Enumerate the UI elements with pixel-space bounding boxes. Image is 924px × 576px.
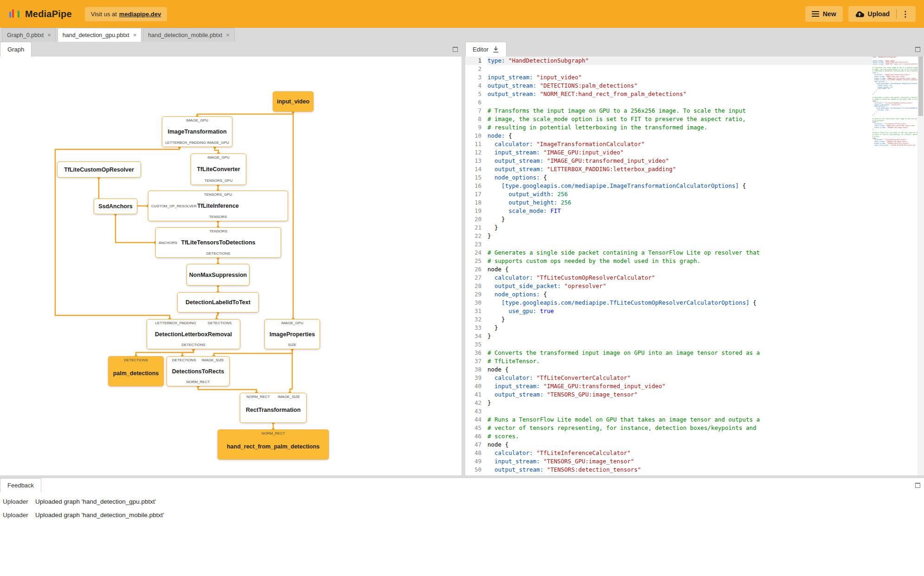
graph-panel: Graph input_videoIMAGE_GPUImageTransform… <box>0 42 462 475</box>
code-line[interactable]: output_height: 256 <box>488 198 872 207</box>
graph-node-TfLiteTensorsToDetections[interactable]: TENSORSANCHORSTfLiteTensorsToDetectionsD… <box>155 227 281 258</box>
graph-node-palm_detections[interactable]: DETECTIONSpalm_detections <box>108 356 164 386</box>
code-line[interactable]: } <box>488 315 872 324</box>
graph-node-ImageTransformation[interactable]: IMAGE_GPUImageTransformationLETTERBOX_PA… <box>162 116 232 147</box>
code-line[interactable]: calculator: "TfLiteConverterCalculator" <box>488 374 872 382</box>
code-line[interactable]: node_options: { <box>488 173 872 182</box>
code-line[interactable]: input_stream: "IMAGE_GPU:input_video" <box>488 148 872 157</box>
code-line[interactable]: } <box>488 324 872 332</box>
code-line[interactable]: scale_mode: FIT <box>488 207 872 215</box>
code-line[interactable]: input_side_packet: "CUSTOM_OP_RESOLVER:o… <box>488 474 872 475</box>
node-label: ImageTransformation <box>167 128 226 135</box>
graph-node-TfLiteCustomOpResolver[interactable]: TfLiteCustomOpResolver <box>57 161 141 178</box>
file-tab-graph0[interactable]: Graph_0.pbtxt × <box>2 28 56 42</box>
minimap[interactable]: type: "HandDetectionSubgraph"input_strea… <box>873 57 918 475</box>
node-label: TfLiteConverter <box>197 166 240 173</box>
graph-tab[interactable]: Graph <box>0 42 32 57</box>
port-label: SIZE <box>288 343 296 347</box>
top-ports: IMAGE_GPU <box>267 321 317 325</box>
file-tab-hand-detection-gpu[interactable]: hand_detection_gpu.pbtxt × <box>58 28 141 42</box>
graph-node-hand_rect_from_palm_detections[interactable]: NORM_RECThand_rect_from_palm_detections <box>218 429 329 460</box>
code-line[interactable]: output_stream: "NORM_RECT:hand_rect_from… <box>488 90 872 98</box>
graph-node-TfLiteConverter[interactable]: IMAGE_GPUTfLiteConverterTENSORS_GPU <box>191 154 246 185</box>
visit-link[interactable]: mediapipe.dev <box>119 11 161 18</box>
expand-panel-icon[interactable] <box>453 47 458 52</box>
code-line[interactable]: node { <box>488 365 872 374</box>
code-line[interactable]: input_stream: "IMAGE_GPU:transformed_inp… <box>488 382 872 390</box>
code-line[interactable]: calculator: "ImageTransformationCalculat… <box>488 140 872 148</box>
code-line[interactable]: # Transforms the input image on GPU to a… <box>488 107 872 115</box>
upload-button-label: Upload <box>868 10 890 18</box>
code-line[interactable]: output_width: 256 <box>488 190 872 198</box>
code-line[interactable]: # Converts the transformed input image o… <box>488 349 872 357</box>
top-ports: IMAGE_GPU <box>193 156 244 160</box>
close-tab-icon[interactable]: × <box>47 32 51 38</box>
code-line[interactable] <box>488 98 872 107</box>
code-editor[interactable]: 1234567891011121314151617181920212223242… <box>465 57 924 475</box>
code-line[interactable]: input_stream: "TENSORS_GPU:image_tensor" <box>488 457 872 466</box>
close-tab-icon[interactable]: × <box>133 32 137 38</box>
code-line[interactable]: # TfLiteTensor. <box>488 357 872 365</box>
code-line[interactable]: output_stream: "LETTERBOX_PADDING:letter… <box>488 165 872 173</box>
expand-panel-icon[interactable] <box>915 47 920 52</box>
code-line[interactable] <box>488 240 872 249</box>
graph-node-ImageProperties[interactable]: IMAGE_GPUImagePropertiesSIZE <box>264 319 320 349</box>
graph-node-DetectionsToRects[interactable]: DETECTIONSIMAGE_SIZEDetectionsToRectsNOR… <box>167 356 230 386</box>
code-lines[interactable]: type: "HandDetectionSubgraph"input_strea… <box>488 57 872 475</box>
code-line[interactable]: type: "HandDetectionSubgraph" <box>488 57 872 65</box>
code-line[interactable]: # resulting in potential letterboxing in… <box>488 123 872 132</box>
code-line[interactable]: use_gpu: true <box>488 307 872 315</box>
code-line[interactable]: output_stream: "TENSORS:detection_tensor… <box>488 466 872 474</box>
file-tab-label: hand_detection_mobile.pbtxt <box>148 32 222 38</box>
feedback-entry: Uploader Uploaded graph 'hand_detection_… <box>0 496 924 509</box>
code-line[interactable]: } <box>488 232 872 240</box>
code-line[interactable]: } <box>488 399 872 407</box>
code-line[interactable] <box>488 340 872 349</box>
graph-tab-label: Graph <box>7 46 24 53</box>
close-tab-icon[interactable]: × <box>226 32 230 38</box>
expand-panel-icon[interactable] <box>915 483 920 488</box>
code-line[interactable]: [type.googleapis.com/mediapipe.ImageTran… <box>488 182 872 190</box>
code-line[interactable]: } <box>488 224 872 232</box>
graph-node-input_video[interactable]: input_video <box>273 91 314 112</box>
editor-tab[interactable]: Editor <box>465 42 507 57</box>
code-line[interactable]: # supports custom ops needed by the mode… <box>488 257 872 265</box>
graph-node-RectTransformation[interactable]: NORM_RECTIMAGE_SIZERectTransformation <box>240 393 307 423</box>
code-line[interactable]: } <box>488 332 872 340</box>
code-line[interactable]: calculator: "TfLiteInferenceCalculator" <box>488 449 872 457</box>
graph-node-SsdAnchors[interactable]: SsdAnchors <box>94 198 137 214</box>
code-line[interactable]: node { <box>488 441 872 449</box>
file-tab-hand-detection-mobile[interactable]: hand_detection_mobile.pbtxt × <box>143 28 234 42</box>
code-line[interactable]: # image, the scale_mode option is set to… <box>488 115 872 123</box>
code-line[interactable]: node_options: { <box>488 290 872 299</box>
code-line[interactable]: input_stream: "input_video" <box>488 73 872 82</box>
code-line[interactable]: # vector of tensors representing, for in… <box>488 424 872 432</box>
new-button[interactable]: New <box>805 6 843 22</box>
code-line[interactable]: # Runs a TensorFlow Lite model on GPU th… <box>488 416 872 424</box>
kebab-menu-icon[interactable]: ⋮ <box>901 10 909 18</box>
code-line[interactable]: output_stream: "TENSORS_GPU:image_tensor… <box>488 390 872 399</box>
code-line[interactable]: output_side_packet: "opresolver" <box>488 282 872 290</box>
code-line[interactable]: # Generates a single side packet contain… <box>488 249 872 257</box>
graph-node-TfLiteInference[interactable]: TENSORS_GPUCUSTOM_OP_RESOLVERTfLiteInfer… <box>148 191 288 221</box>
code-line[interactable] <box>488 407 872 416</box>
code-line[interactable]: [type.googleapis.com/mediapipe.TfLiteCus… <box>488 299 872 307</box>
graph-node-DetectionLetterboxRemoval[interactable]: LETTERBOX_PADDINGDETECTIONSDetectionLett… <box>147 319 240 349</box>
code-line[interactable]: output_stream: "IMAGE_GPU:transformed_in… <box>488 157 872 165</box>
graph-canvas[interactable]: input_videoIMAGE_GPUImageTransformationL… <box>0 57 462 475</box>
visit-us-chip[interactable]: Visit us at mediapipe.dev <box>85 7 167 21</box>
code-line[interactable]: # scores. <box>488 432 872 441</box>
graph-node-NonMaxSuppression[interactable]: NonMaxSuppression <box>186 264 250 286</box>
code-line[interactable]: } <box>488 215 872 224</box>
feedback-tab[interactable]: Feedback <box>0 478 41 492</box>
code-line[interactable]: output_stream: "DETECTIONS:palm_detectio… <box>488 82 872 90</box>
code-line[interactable] <box>488 65 872 73</box>
code-line[interactable]: node: { <box>488 132 872 140</box>
code-line[interactable]: node { <box>488 265 872 274</box>
scrollbar-thumb[interactable] <box>918 57 923 116</box>
graph-node-DetectionLabelIdToText[interactable]: DetectionLabelIdToText <box>177 292 259 313</box>
editor-scrollbar[interactable] <box>918 57 924 475</box>
upload-button[interactable]: Upload ⋮ <box>848 6 916 22</box>
download-icon[interactable] <box>493 46 499 53</box>
code-line[interactable]: calculator: "TfLiteCustomOpResolverCalcu… <box>488 274 872 282</box>
